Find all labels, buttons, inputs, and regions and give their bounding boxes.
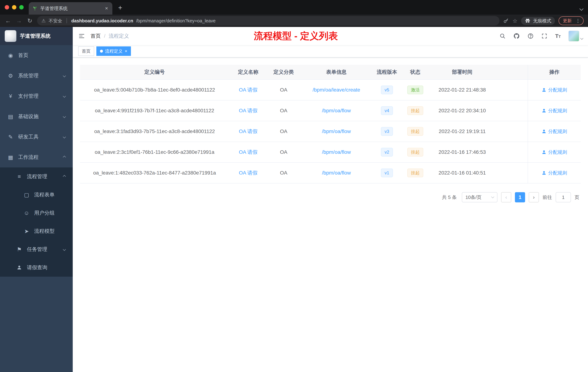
sidebar-item-label: 流程表单 bbox=[34, 191, 54, 198]
users-icon: ☺ bbox=[23, 210, 30, 216]
window-minimize-button[interactable] bbox=[12, 5, 16, 10]
definition-name-link[interactable]: OA 请假 bbox=[239, 107, 258, 114]
assign-rule-link[interactable]: 分配规则 bbox=[542, 108, 567, 114]
sidebar-item-process-form[interactable]: ▢ 流程表单 bbox=[0, 186, 73, 204]
col-definition-id: 定义编号 bbox=[80, 65, 229, 79]
table-row: oa_leave:2:3c1f0ef1-76b1-11ec-9c66-a2380… bbox=[80, 142, 581, 163]
url-host: dashboard.yudao.iocoder.cn bbox=[71, 18, 133, 23]
definition-name-link[interactable]: OA 请假 bbox=[239, 149, 258, 156]
tag-close-icon[interactable]: × bbox=[125, 49, 127, 53]
security-warning-icon[interactable]: ⚠ bbox=[42, 18, 46, 24]
gear-icon: ⚙ bbox=[7, 73, 14, 79]
sidebar-item-devtools[interactable]: ✎ 研发工具 bbox=[0, 127, 73, 147]
sidebar-item-leave-query[interactable]: 请假查询 bbox=[0, 258, 73, 277]
incognito-badge: 无痕模式 bbox=[521, 17, 555, 25]
chevron-down-icon bbox=[63, 248, 66, 251]
bookmark-star-icon[interactable]: ☆ bbox=[513, 18, 517, 24]
sidebar-item-label: 流程管理 bbox=[27, 173, 47, 180]
person-icon bbox=[16, 265, 22, 270]
spacer bbox=[495, 163, 528, 183]
form-link[interactable]: /bpm/oa/flow bbox=[322, 149, 351, 155]
sidebar-item-label: 研发工具 bbox=[18, 133, 39, 140]
tag-process-definition[interactable]: 流程定义 × bbox=[96, 46, 131, 56]
user-avatar-menu[interactable] bbox=[568, 31, 583, 42]
assign-rule-link[interactable]: 分配规则 bbox=[542, 170, 567, 176]
sidebar-collapse-icon[interactable] bbox=[73, 33, 91, 40]
app-logo-image bbox=[5, 30, 16, 42]
address-bar[interactable]: ⚠ 不安全 dashboard.yudao.iocoder.cn/bpm/man… bbox=[37, 16, 499, 25]
status-badge: 挂起 bbox=[407, 127, 423, 136]
assign-rule-link[interactable]: 分配规则 bbox=[542, 149, 567, 155]
assign-rule-link[interactable]: 分配规则 bbox=[542, 128, 567, 135]
breadcrumb-home[interactable]: 首页 bbox=[91, 33, 101, 40]
back-button[interactable]: ← bbox=[4, 17, 12, 24]
sidebar-item-process-management[interactable]: ≡ 流程管理 bbox=[0, 167, 73, 186]
page-size-select[interactable]: 10条/页 bbox=[462, 192, 497, 202]
sidebar-item-label: 支付管理 bbox=[18, 93, 39, 99]
new-tab-button[interactable]: + bbox=[112, 4, 122, 15]
github-icon[interactable] bbox=[513, 33, 520, 39]
form-link[interactable]: /bpm/oa/flow bbox=[322, 170, 351, 176]
tab-close-icon[interactable]: × bbox=[104, 5, 109, 11]
sidebar-logo[interactable]: 芋道管理系统 bbox=[0, 27, 73, 45]
font-size-icon[interactable]: TT bbox=[555, 33, 561, 39]
definition-name-link[interactable]: OA 请假 bbox=[239, 128, 258, 135]
fullscreen-icon[interactable] bbox=[541, 33, 547, 39]
page-size-value: 10条/页 bbox=[465, 194, 482, 201]
browser-tab[interactable]: 芋道管理系统 × bbox=[29, 2, 112, 15]
form-link[interactable]: /bpm/oa/leave/create bbox=[313, 87, 360, 93]
browser-tabstrip: 芋道管理系统 × + bbox=[0, 0, 588, 15]
forward-button[interactable]: → bbox=[15, 17, 22, 24]
breadcrumb-separator: / bbox=[104, 33, 105, 39]
goto-page-input[interactable] bbox=[556, 192, 571, 202]
update-chrome-button[interactable]: 更新 ⋮ bbox=[558, 16, 584, 25]
browser-menu-kebab-icon[interactable]: ⋮ bbox=[574, 18, 582, 24]
sidebar-item-payment[interactable]: ¥ 支付管理 bbox=[0, 86, 73, 106]
spacer bbox=[495, 80, 528, 100]
definition-name-link[interactable]: OA 请假 bbox=[239, 87, 258, 93]
table-row: oa_leave:1:482ec033-762a-11ec-8477-a2380… bbox=[80, 163, 581, 184]
col-definition-name: 定义名称 bbox=[229, 65, 267, 79]
sidebar-item-user-group[interactable]: ☺ 用户分组 bbox=[0, 204, 73, 222]
person-icon bbox=[542, 150, 546, 154]
prev-page-button[interactable]: ‹ bbox=[501, 192, 511, 202]
form-link[interactable]: /bpm/oa/flow bbox=[322, 129, 351, 134]
sidebar-item-workflow[interactable]: ▦ 工作流程 bbox=[0, 147, 73, 167]
list-icon: ≡ bbox=[16, 174, 22, 180]
sidebar-item-system[interactable]: ⚙ 系统管理 bbox=[0, 66, 73, 86]
sidebar-menu: ◉ 首页 ⚙ 系统管理 ¥ 支付管理 ▤ 基础设施 ✎ 研发工具 bbox=[0, 45, 73, 372]
search-icon[interactable] bbox=[499, 33, 506, 39]
reload-button[interactable]: ↻ bbox=[26, 17, 33, 24]
chevron-down-icon bbox=[63, 135, 66, 139]
favicon-leaf-icon bbox=[32, 6, 37, 11]
window-close-button[interactable] bbox=[5, 5, 9, 10]
password-key-icon[interactable] bbox=[503, 18, 509, 24]
sidebar-item-home[interactable]: ◉ 首页 bbox=[0, 45, 73, 66]
workflow-icon: ▦ bbox=[7, 154, 14, 161]
col-form-info: 表单信息 bbox=[300, 65, 373, 79]
window-zoom-button[interactable] bbox=[19, 5, 24, 10]
tab-search-chevron-icon[interactable] bbox=[579, 7, 584, 11]
tags-view-bar: 首页 流程定义 × bbox=[73, 45, 588, 57]
sidebar-item-infrastructure[interactable]: ▤ 基础设施 bbox=[0, 106, 73, 127]
sidebar-item-process-model[interactable]: ➤ 流程模型 bbox=[0, 222, 73, 240]
pagination: 共 5 条 10条/页 ‹ 1 › 前往 页 bbox=[80, 192, 581, 202]
tag-home[interactable]: 首页 bbox=[78, 46, 94, 56]
flag-icon: ⚑ bbox=[16, 246, 22, 253]
app-header: 首页 / 流程定义 流程模型 - 定义列表 bbox=[73, 27, 588, 45]
form-link[interactable]: /bpm/oa/flow bbox=[322, 108, 351, 114]
paper-plane-icon: ➤ bbox=[23, 228, 30, 234]
status-badge: 挂起 bbox=[407, 148, 423, 156]
chevron-down-icon bbox=[63, 95, 66, 98]
next-page-button[interactable]: › bbox=[529, 192, 539, 202]
help-icon[interactable] bbox=[527, 33, 534, 39]
breadcrumb: 首页 / 流程定义 bbox=[91, 33, 129, 40]
assign-rule-link[interactable]: 分配规则 bbox=[542, 87, 567, 93]
sidebar-item-label: 任务管理 bbox=[27, 246, 47, 253]
definition-name-link[interactable]: OA 请假 bbox=[239, 169, 258, 176]
page-number-button[interactable]: 1 bbox=[515, 192, 525, 202]
incognito-label: 无痕模式 bbox=[533, 18, 551, 24]
sidebar-item-label: 用户分组 bbox=[34, 209, 54, 216]
definition-category: OA bbox=[267, 142, 300, 162]
sidebar-item-task-management[interactable]: ⚑ 任务管理 bbox=[0, 240, 73, 258]
